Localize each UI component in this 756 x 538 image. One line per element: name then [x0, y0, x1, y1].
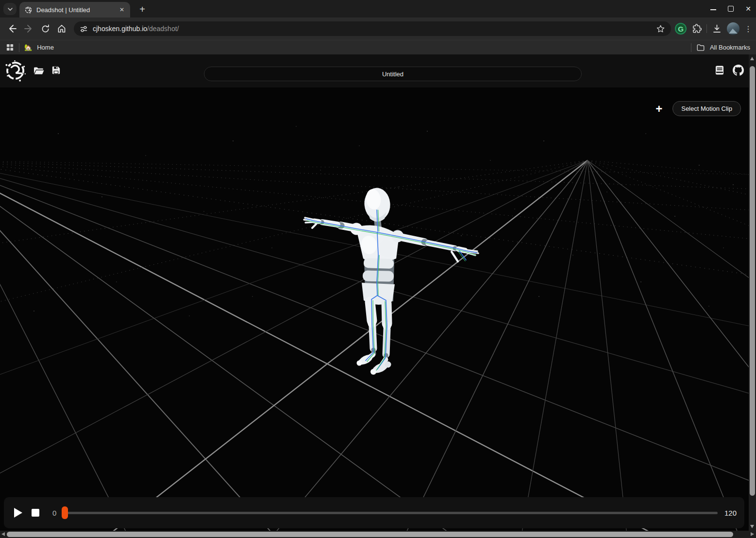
home-icon: [57, 24, 67, 34]
window-close-icon[interactable]: ✕: [745, 5, 751, 12]
app-header: [0, 54, 749, 87]
bookmarks-separator: [19, 43, 19, 52]
site-settings-icon: [80, 25, 88, 33]
timeline-start-frame: 0: [52, 509, 56, 517]
horizontal-scrollbar-thumb[interactable]: [7, 532, 733, 537]
url-path: /deadshot/: [147, 25, 179, 33]
github-link[interactable]: [733, 65, 744, 76]
profile-avatar[interactable]: [727, 22, 739, 35]
play-icon: [13, 507, 23, 519]
toolbar-separator: [706, 24, 707, 33]
docs-button[interactable]: [715, 65, 724, 75]
docs-book-icon: [715, 65, 724, 75]
bookmarks-separator-right: [691, 43, 691, 52]
github-icon: [733, 65, 744, 76]
extensions-puzzle-icon[interactable]: [691, 24, 702, 34]
forward-arrow-icon: [24, 24, 34, 34]
viewport-container: + Select Motion Clip 0 120: [0, 87, 749, 531]
scroll-left-arrow-icon[interactable]: [1, 532, 5, 536]
save-floppy-icon: [51, 65, 61, 75]
select-motion-clip-button[interactable]: Select Motion Clip: [672, 101, 741, 116]
timeline-playhead[interactable]: [62, 506, 68, 519]
tab-strip: Deadshot | Untitled ✕ + ✕: [0, 0, 756, 17]
timeline-slider[interactable]: [62, 506, 718, 519]
motion-clip-controls: + Select Motion Clip: [654, 101, 741, 116]
open-file-button[interactable]: [33, 65, 45, 77]
bookmark-star-icon[interactable]: [656, 24, 665, 34]
browser-menu-icon[interactable]: ⋮: [744, 24, 752, 34]
play-button[interactable]: [12, 506, 24, 519]
reload-icon: [41, 24, 50, 34]
add-clip-button[interactable]: +: [654, 104, 664, 114]
vertical-scrollbar-thumb[interactable]: [750, 66, 755, 496]
chevron-down-icon: [7, 6, 13, 12]
home-bookmark-emoji: 🏡: [24, 44, 32, 51]
stop-button[interactable]: [29, 506, 42, 519]
timeline-track[interactable]: [62, 512, 718, 514]
vertical-scrollbar[interactable]: [749, 54, 756, 531]
address-bar[interactable]: cjhosken.github.io/deadshot/: [74, 21, 671, 36]
all-bookmarks-button[interactable]: All Bookmarks: [710, 44, 750, 51]
header-right-icons: [715, 65, 744, 76]
tab-title: Deadshot | Untitled: [36, 6, 114, 14]
bookmarks-right: All Bookmarks: [691, 43, 750, 52]
home-button[interactable]: [53, 20, 70, 37]
scroll-down-arrow-icon[interactable]: [750, 525, 754, 528]
folder-open-icon: [33, 65, 45, 77]
tab-deadshot[interactable]: Deadshot | Untitled ✕: [19, 2, 130, 17]
deadshot-page: + Select Motion Clip 0 120: [0, 54, 756, 538]
browser-toolbar: cjhosken.github.io/deadshot/ G ⋮: [0, 17, 756, 40]
save-button[interactable]: [51, 65, 61, 75]
window-controls: ✕: [710, 0, 751, 17]
project-title-input[interactable]: [204, 67, 582, 81]
url-host: cjhosken.github.io: [93, 25, 147, 33]
back-arrow-icon: [7, 24, 17, 34]
scroll-right-arrow-icon[interactable]: [751, 532, 754, 536]
bookmarks-left: 🏡 Home: [6, 43, 54, 52]
timeline-end-frame: 120: [724, 509, 737, 517]
grammarly-extension-icon[interactable]: G: [675, 23, 687, 35]
minimize-icon[interactable]: [710, 9, 716, 10]
downloads-icon[interactable]: [712, 24, 722, 34]
extensions-area: G ⋮: [675, 22, 752, 35]
forward-button[interactable]: [20, 20, 37, 37]
deadshot-favicon: [24, 6, 33, 14]
tab-close-icon[interactable]: ✕: [118, 5, 126, 14]
reload-button[interactable]: [37, 20, 53, 37]
url-text: cjhosken.github.io/deadshot/: [93, 25, 179, 33]
home-bookmark[interactable]: Home: [37, 44, 54, 51]
playback-bar: 0 120: [4, 497, 744, 528]
maximize-icon[interactable]: [728, 6, 734, 12]
viewport-3d-scene[interactable]: [0, 87, 749, 531]
folder-icon: [696, 43, 705, 52]
new-tab-button[interactable]: +: [135, 2, 149, 16]
scroll-up-arrow-icon[interactable]: [750, 57, 754, 60]
bookmarks-bar: 🏡 Home All Bookmarks: [0, 40, 756, 54]
stop-icon: [31, 508, 40, 517]
browser-window: Deadshot | Untitled ✕ + ✕ cjhosken: [0, 0, 756, 538]
back-button[interactable]: [4, 20, 20, 37]
character-mannequin: [304, 187, 478, 375]
apps-grid-icon[interactable]: [6, 43, 14, 52]
deadshot-logo: [4, 59, 27, 82]
horizontal-scrollbar[interactable]: [0, 531, 756, 538]
tab-search-button[interactable]: [3, 3, 17, 15]
